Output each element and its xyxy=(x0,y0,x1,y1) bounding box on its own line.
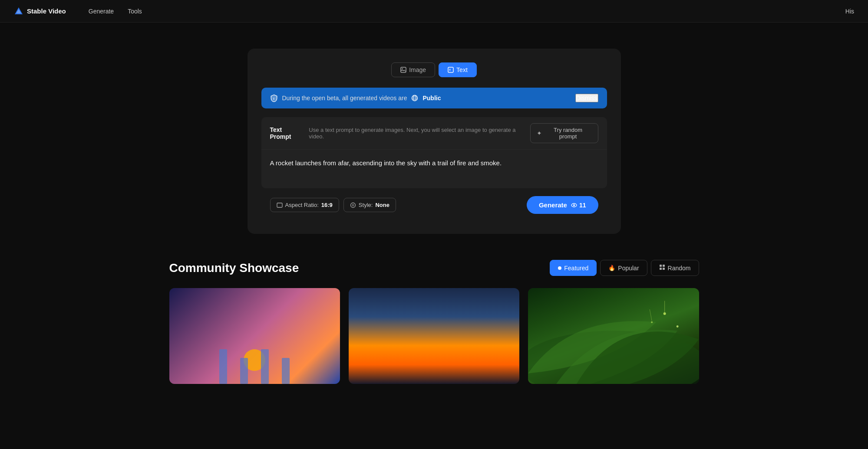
logo: Stable Video xyxy=(14,7,66,16)
showcase-section: Community Showcase Featured 🔥 Popular xyxy=(161,260,708,384)
svg-point-23 xyxy=(651,321,653,323)
grid-icon xyxy=(659,264,665,272)
svg-rect-19 xyxy=(660,268,662,270)
showcase-title: Community Showcase xyxy=(169,261,299,275)
logo-icon xyxy=(14,7,23,16)
prompt-label: Text Prompt xyxy=(270,126,305,140)
prompt-header-left: Text Prompt Use a text prompt to generat… xyxy=(270,126,530,140)
svg-rect-18 xyxy=(663,265,665,267)
prompt-textarea[interactable]: A rocket launches from afar, ascending i… xyxy=(261,150,607,187)
showcase-tab-featured[interactable]: Featured xyxy=(550,260,597,276)
aspect-ratio-label: Aspect Ratio: xyxy=(285,202,319,208)
svg-point-24 xyxy=(677,325,679,328)
video-thumbnail-1 xyxy=(169,288,340,384)
fire-icon: 🔥 xyxy=(608,265,615,271)
generate-label: Generate xyxy=(539,201,567,209)
style-button[interactable]: Style: None xyxy=(343,198,396,212)
style-icon xyxy=(350,202,356,208)
svg-point-3 xyxy=(402,68,403,69)
svg-rect-2 xyxy=(401,67,406,72)
text-tab-icon: T xyxy=(448,67,454,73)
pillar-4 xyxy=(282,358,290,384)
credit-count: 11 xyxy=(579,202,586,209)
main-content: Image T Text i During the open beta, xyxy=(0,23,868,401)
banner-text: During the open beta, all generated vide… xyxy=(282,95,407,102)
video-thumbnail-3 xyxy=(528,288,699,384)
video-card-2[interactable] xyxy=(349,288,519,384)
video-grid xyxy=(169,288,699,384)
pillars-decoration xyxy=(219,349,290,384)
banner-left: i During the open beta, all generated vi… xyxy=(270,94,441,102)
svg-text:i: i xyxy=(273,97,274,101)
popular-tab-label: Popular xyxy=(618,265,639,272)
pillar-3 xyxy=(261,349,269,384)
random-prompt-button[interactable]: ✦ Try random prompt xyxy=(530,123,598,143)
tab-image-label: Image xyxy=(409,66,426,73)
credit-badge: 11 xyxy=(571,202,586,209)
random-prompt-label: Try random prompt xyxy=(545,127,592,140)
showcase-tabs: Featured 🔥 Popular Random xyxy=(550,260,699,276)
image-tab-icon xyxy=(400,67,406,73)
svg-rect-17 xyxy=(660,265,662,267)
featured-dot-icon xyxy=(558,266,561,270)
eye-icon xyxy=(571,202,578,209)
banner-visibility: Public xyxy=(422,95,441,102)
video-card-3[interactable] xyxy=(528,288,699,384)
nav-link-generate[interactable]: Generate xyxy=(83,5,119,17)
prompt-description: Use a text prompt to generate images. Ne… xyxy=(309,127,530,140)
pillar-2 xyxy=(240,358,248,384)
style-value: None xyxy=(375,202,389,208)
video-thumbnail-2 xyxy=(349,288,519,384)
nav-link-tools[interactable]: Tools xyxy=(122,5,147,17)
svg-text:T: T xyxy=(449,69,451,72)
video-card-1[interactable] xyxy=(169,288,340,384)
aspect-ratio-icon xyxy=(277,202,283,208)
globe-icon xyxy=(411,95,418,102)
leaf-svg xyxy=(528,288,699,384)
beta-banner: i During the open beta, all generated vi… xyxy=(261,88,607,108)
random-tab-label: Random xyxy=(668,265,691,272)
nav-links: Generate Tools xyxy=(83,5,147,17)
svg-point-22 xyxy=(663,312,666,315)
toolbar-left: Aspect Ratio: 16:9 Style: None xyxy=(270,198,396,212)
svg-point-14 xyxy=(352,204,354,206)
prompt-section: Text Prompt Use a text prompt to generat… xyxy=(261,117,607,188)
showcase-tab-random[interactable]: Random xyxy=(651,260,699,276)
svg-rect-12 xyxy=(277,203,282,207)
toolbar: Aspect Ratio: 16:9 Style: None Generate xyxy=(261,190,607,220)
navbar: Stable Video Generate Tools His xyxy=(0,0,868,23)
prompt-header: Text Prompt Use a text prompt to generat… xyxy=(261,117,607,150)
tab-text-label: Text xyxy=(456,66,468,73)
showcase-header: Community Showcase Featured 🔥 Popular xyxy=(169,260,699,276)
featured-tab-label: Featured xyxy=(564,265,588,272)
aspect-ratio-value: 16:9 xyxy=(321,202,333,208)
dismiss-button[interactable]: Dismiss xyxy=(575,94,598,102)
style-label: Style: xyxy=(359,202,373,208)
info-icon: i xyxy=(270,94,278,102)
svg-point-16 xyxy=(573,204,575,206)
sparkle-icon: ✦ xyxy=(537,130,542,137)
aspect-ratio-button[interactable]: Aspect Ratio: 16:9 xyxy=(270,198,339,212)
generate-button[interactable]: Generate 11 xyxy=(527,196,598,214)
svg-line-26 xyxy=(650,309,652,321)
logo-text: Stable Video xyxy=(27,7,66,15)
svg-rect-20 xyxy=(663,268,665,270)
tab-image[interactable]: Image xyxy=(391,62,435,77)
pillar-1 xyxy=(219,349,227,384)
generate-card: Image T Text i During the open beta, xyxy=(248,49,621,234)
svg-point-13 xyxy=(350,203,355,207)
nav-history[interactable]: His xyxy=(845,8,854,15)
showcase-tab-popular[interactable]: 🔥 Popular xyxy=(600,260,647,276)
mode-tabs: Image T Text xyxy=(261,62,607,77)
tab-text[interactable]: T Text xyxy=(439,62,477,77)
